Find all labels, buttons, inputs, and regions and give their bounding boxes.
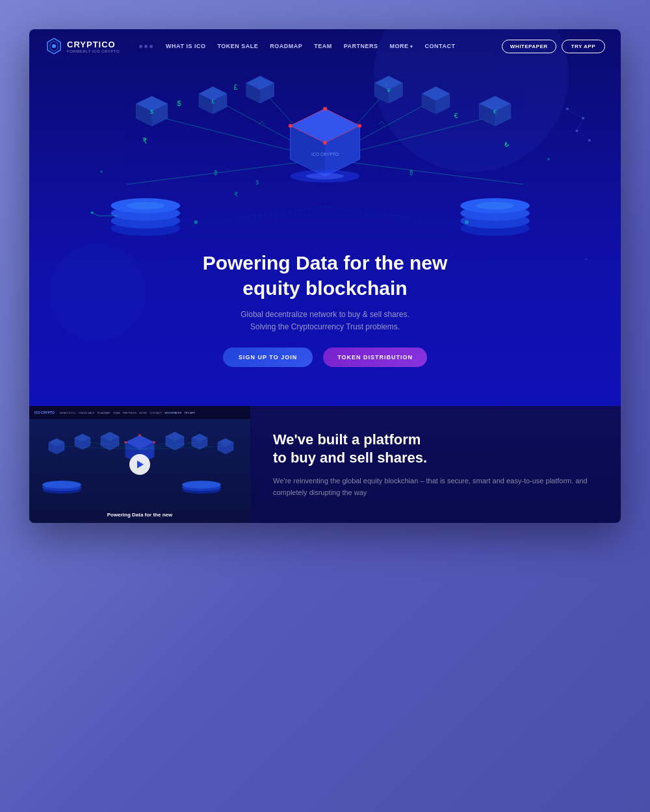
try-app-button[interactable]: TRY APP xyxy=(562,40,605,53)
svg-line-16 xyxy=(164,207,325,235)
second-section-description: We're reinventing the global equity bloc… xyxy=(273,476,598,498)
hero-buttons: SIGN UP TO JOIN TOKEN DISTRIBUTION xyxy=(68,348,582,367)
video-mini-links: WHAT IS ICO TOKEN SALE ROADMAP TEAM PART… xyxy=(60,411,195,414)
nav-roadmap[interactable]: ROADMAP xyxy=(270,43,302,49)
nav-team[interactable]: TEAM xyxy=(314,43,332,49)
browser-window: CRYPTICO FORMERLY ICO CRYPTO WHAT IS ICO… xyxy=(29,29,621,523)
nav-what-is-ico[interactable]: WHAT IS ICO xyxy=(166,43,205,49)
svg-point-2 xyxy=(52,44,56,48)
svg-point-91 xyxy=(465,220,469,224)
svg-text:£: £ xyxy=(211,98,214,105)
svg-text:₿: ₿ xyxy=(214,169,217,176)
svg-point-116 xyxy=(124,441,127,444)
svg-point-114 xyxy=(138,434,141,437)
logo-subtitle: FORMERLY ICO CRYPTO xyxy=(67,49,120,53)
nav-dots xyxy=(139,45,153,48)
nav-buttons: WHITEPAPER TRY APP xyxy=(502,40,605,53)
nav-more[interactable]: MORE xyxy=(390,43,413,49)
svg-text:₿: ₿ xyxy=(410,169,413,176)
svg-point-90 xyxy=(194,220,198,224)
svg-point-35 xyxy=(127,202,164,210)
navbar: CRYPTICO FORMERLY ICO CRYPTO WHAT IS ICO… xyxy=(29,29,621,63)
svg-point-127 xyxy=(42,481,81,488)
svg-point-46 xyxy=(476,202,514,210)
video-inner: ICO CRYPTO WHAT IS ICO TOKEN SALE ROADMA… xyxy=(29,406,250,523)
second-text-area: We've built a platform to buy and sell s… xyxy=(250,406,621,523)
nav-links: WHAT IS ICO TOKEN SALE ROADMAP TEAM PART… xyxy=(166,43,502,49)
logo-name: CRYPTICO xyxy=(67,40,120,49)
nav-token-sale[interactable]: TOKEN SALE xyxy=(217,43,258,49)
play-button[interactable] xyxy=(129,454,150,475)
svg-point-89 xyxy=(306,173,344,179)
svg-text:$: $ xyxy=(177,99,181,107)
nav-partners[interactable]: PARTNERS xyxy=(344,43,378,49)
svg-text:£: £ xyxy=(234,83,238,91)
svg-point-93 xyxy=(547,158,550,160)
svg-point-38 xyxy=(91,211,94,214)
svg-line-101 xyxy=(567,109,583,119)
hero-section: CRYPTICO FORMERLY ICO CRYPTO WHAT IS ICO… xyxy=(29,29,621,406)
second-section: ICO CRYPTO WHAT IS ICO TOKEN SALE ROADMA… xyxy=(29,406,621,523)
svg-text:$: $ xyxy=(150,108,154,115)
svg-text:¥: ¥ xyxy=(386,87,390,94)
svg-line-10 xyxy=(325,159,523,184)
svg-point-115 xyxy=(153,441,155,444)
video-mini-logo: ICO CRYPTO xyxy=(34,411,55,414)
video-caption: Powering Data for the new xyxy=(29,512,250,518)
svg-text:₺: ₺ xyxy=(504,140,509,148)
hero-subtitle: Global decentralize network to buy & sel… xyxy=(68,309,582,333)
svg-text:€: € xyxy=(454,112,458,120)
token-distribution-button[interactable]: TOKEN DISTRIBUTION xyxy=(323,348,427,367)
svg-text:$: $ xyxy=(255,179,259,186)
signup-button[interactable]: SIGN UP TO JOIN xyxy=(223,348,313,367)
svg-text:₹: ₹ xyxy=(142,136,148,145)
svg-point-92 xyxy=(100,170,103,173)
svg-text:ICO CRYPTO: ICO CRYPTO xyxy=(311,152,339,157)
hero-title: Powering Data for the new equity blockch… xyxy=(68,250,582,301)
svg-line-103 xyxy=(577,131,590,140)
blockchain-svg: $ ₹ £ ¥ € ₺ ₿ ₿ ₹ $ xyxy=(29,58,621,260)
second-section-title: We've built a platform to buy and sell s… xyxy=(273,431,598,468)
blockchain-visualization: $ ₹ £ ¥ € ₺ ₿ ₿ ₹ $ xyxy=(29,58,621,260)
svg-point-132 xyxy=(182,481,221,488)
hero-text-area: Powering Data for the new equity blockch… xyxy=(29,250,621,367)
whitepaper-button[interactable]: WHITEPAPER xyxy=(502,40,556,53)
svg-text:€: € xyxy=(493,108,497,115)
play-icon xyxy=(137,461,144,468)
svg-line-9 xyxy=(127,159,325,184)
svg-text:₹: ₹ xyxy=(234,191,238,198)
logo-area: CRYPTICO FORMERLY ICO CRYPTO xyxy=(45,37,120,55)
nav-contact[interactable]: CONTACT xyxy=(425,43,456,49)
video-mini-nav: ICO CRYPTO WHAT IS ICO TOKEN SALE ROADMA… xyxy=(29,406,250,419)
logo-text: CRYPTICO FORMERLY ICO CRYPTO xyxy=(67,40,120,53)
svg-line-102 xyxy=(577,118,584,131)
logo-icon xyxy=(45,37,63,55)
video-preview: ICO CRYPTO WHAT IS ICO TOKEN SALE ROADMA… xyxy=(29,406,250,523)
